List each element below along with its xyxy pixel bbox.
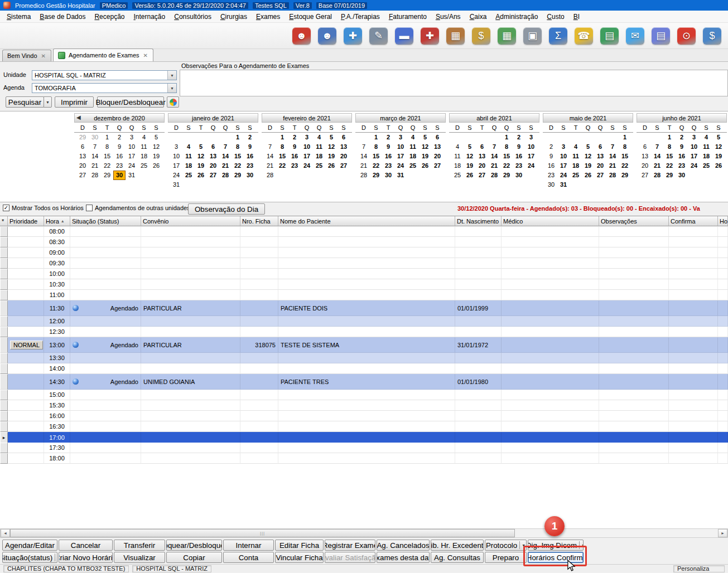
calendar-day[interactable]: 4: [570, 142, 582, 152]
calendar-day[interactable]: 25: [182, 171, 195, 180]
column-header-convenio[interactable]: Convênio: [141, 216, 240, 226]
menu-item-custo[interactable]: Custo: [542, 12, 568, 22]
action-button-lib-hr-excedente[interactable]: Lib. Hr. Excedente: [431, 540, 484, 551]
nfe-icon[interactable]: $: [703, 27, 721, 45]
calendar-day[interactable]: 25: [570, 171, 582, 180]
calendar-day[interactable]: 24: [126, 161, 138, 171]
calendar-day[interactable]: 11: [700, 142, 712, 152]
calendar-day[interactable]: 1: [500, 133, 513, 142]
calendar-day[interactable]: 11: [313, 142, 325, 152]
calendar-day[interactable]: 31: [394, 171, 407, 180]
calendar-day[interactable]: 21: [264, 161, 276, 171]
calendar-day[interactable]: 18: [451, 161, 464, 171]
calendar-day[interactable]: 27: [476, 171, 488, 180]
calendar-day[interactable]: 23: [288, 161, 301, 171]
menu-item-bi[interactable]: BI: [569, 12, 584, 22]
time-slot-row-13-00[interactable]: NORMAL13:00AgendadoPARTICULAR318075TESTE…: [0, 337, 728, 353]
calendar-day[interactable]: 29: [500, 171, 513, 180]
menu-item-cirurgias[interactable]: Cirurgias: [216, 12, 252, 22]
chevron-down-icon[interactable]: ▼: [55, 553, 57, 561]
horizontal-scrollbar[interactable]: ◄ ||| ►: [0, 528, 728, 538]
calendar-day[interactable]: 3: [126, 133, 138, 142]
calendar-day[interactable]: 3: [301, 133, 313, 142]
row-selector-gutter[interactable]: [0, 316, 8, 327]
caixa-cofre-icon[interactable]: ▣: [523, 27, 542, 45]
time-slot-row-09-30[interactable]: 09:30: [0, 258, 728, 269]
time-slot-row-10-00[interactable]: 10:00: [0, 269, 728, 279]
calendar-day[interactable]: 28: [264, 171, 276, 180]
calendar-day[interactable]: 23: [244, 161, 256, 171]
row-selector-gutter[interactable]: [0, 337, 8, 353]
calendar-day[interactable]: 23: [113, 161, 126, 171]
action-button-ag-consultas[interactable]: Ag. Consultas: [431, 552, 484, 563]
calendar-day[interactable]: 28: [358, 171, 370, 180]
action-button-conta[interactable]: Conta: [223, 552, 274, 563]
calendar-day[interactable]: 14: [651, 152, 663, 161]
calendar-day[interactable]: 3: [557, 142, 570, 152]
chevron-down-icon[interactable]: ▼: [167, 84, 176, 93]
calendar-day[interactable]: 10: [394, 142, 407, 152]
calendar-day[interactable]: 3: [394, 133, 407, 142]
calendar-day[interactable]: 25: [700, 161, 712, 171]
internacao-leito-icon[interactable]: ▬: [395, 27, 413, 45]
calendar-day[interactable]: 15: [663, 152, 676, 161]
calendar-day[interactable]: 25: [313, 161, 325, 171]
time-slot-row-15-00[interactable]: 15:00: [0, 390, 728, 400]
menu-item-faturamento[interactable]: Faturamento: [384, 12, 431, 22]
row-selector-gutter[interactable]: [0, 390, 8, 400]
calendar-day[interactable]: 17: [525, 152, 537, 161]
scroll-left-icon[interactable]: ◄: [1, 529, 10, 537]
calendar-day[interactable]: 4: [313, 133, 325, 142]
scroll-right-icon[interactable]: ►: [718, 529, 727, 537]
calendar-day[interactable]: 6: [431, 133, 443, 142]
sus-icon[interactable]: ▦: [498, 27, 516, 45]
calendar-day[interactable]: 24: [170, 171, 182, 180]
calendar-day[interactable]: 16: [545, 161, 557, 171]
calendar-day[interactable]: 22: [619, 161, 631, 171]
time-slot-row-16-30[interactable]: 16:30: [0, 421, 728, 432]
calendar-day[interactable]: 4: [700, 133, 712, 142]
calendar-day[interactable]: 28: [651, 171, 663, 180]
action-button-ag-cancelados[interactable]: Ag. Cancelados: [377, 540, 430, 551]
calendar-day[interactable]: 29: [370, 171, 382, 180]
calendar-day[interactable]: 18: [700, 152, 712, 161]
calendar-day[interactable]: 21: [606, 161, 619, 171]
row-selector-gutter[interactable]: [0, 237, 8, 247]
calendar-day[interactable]: 1: [276, 133, 288, 142]
column-header-confirma[interactable]: Confirma: [669, 216, 718, 226]
calendar-day[interactable]: 1: [370, 133, 382, 142]
time-slot-row-12-00[interactable]: 12:00: [0, 316, 728, 327]
calendar-day[interactable]: 7: [358, 142, 370, 152]
action-button-agendar-editar[interactable]: Agendar/Editar: [2, 540, 57, 551]
calendar-day[interactable]: 6: [594, 142, 606, 152]
telefonia-icon[interactable]: ☎: [575, 27, 593, 45]
calendar-day[interactable]: 17: [126, 152, 138, 161]
observacao-do-dia-button[interactable]: Observação do Dia: [188, 203, 265, 215]
calendar-day[interactable]: 10: [301, 142, 313, 152]
calendar-day[interactable]: 3: [688, 133, 700, 142]
escala-icon[interactable]: ▤: [652, 27, 670, 45]
tab-bem-vindo[interactable]: Bem Vindo ✕: [2, 50, 51, 61]
calendar-day[interactable]: 20: [476, 161, 488, 171]
calendar-day[interactable]: 7: [488, 142, 500, 152]
calendar-day[interactable]: 2: [382, 133, 394, 142]
calendar-day[interactable]: 27: [76, 171, 89, 180]
close-icon[interactable]: ✕: [41, 53, 46, 59]
menu-item-p-a-terapias[interactable]: P.A./Terapias: [336, 12, 384, 22]
calendar-day[interactable]: 10: [557, 152, 570, 161]
calendar-day[interactable]: 27: [207, 171, 219, 180]
bloquear-desbloquear-button[interactable]: Bloquer/Desbloquear: [97, 96, 164, 108]
action-button-cancelar[interactable]: Cancelar: [59, 540, 113, 551]
calendar-day[interactable]: 9: [676, 142, 688, 152]
calendar-day[interactable]: 31: [126, 171, 138, 180]
calendar-day[interactable]: 13: [338, 142, 350, 152]
calendar-day[interactable]: 6: [639, 142, 651, 152]
row-selector-gutter[interactable]: [0, 290, 8, 300]
column-header-ficha[interactable]: Nro. Ficha: [240, 216, 278, 226]
chevron-down-icon[interactable]: ▼: [167, 71, 176, 80]
calendar-day[interactable]: 8: [101, 142, 113, 152]
calendar-day[interactable]: 5: [325, 133, 338, 142]
calendar-day[interactable]: 26: [150, 161, 162, 171]
calendar-day[interactable]: 15: [101, 152, 113, 161]
calendar-day[interactable]: 30: [513, 171, 525, 180]
